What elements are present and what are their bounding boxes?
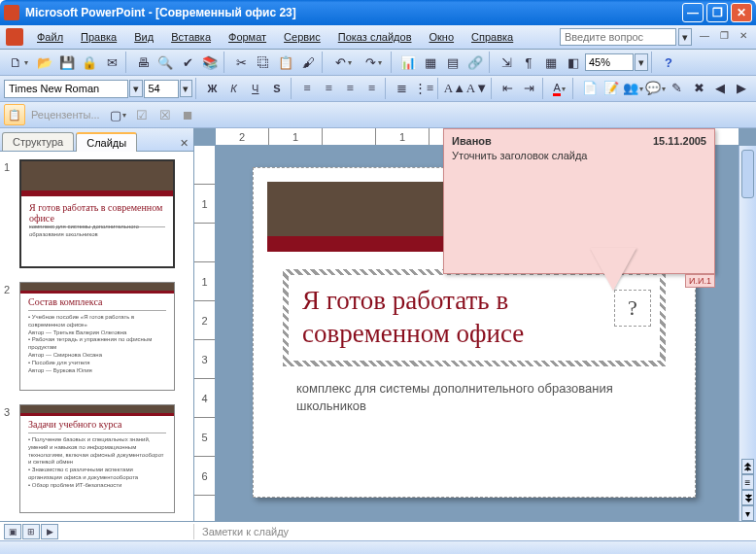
reviewers-dropdown[interactable]: 👥 (622, 78, 643, 99)
align-center-button[interactable]: ≡ (319, 78, 339, 99)
menu-format[interactable]: Формат (221, 28, 274, 46)
slide-thumbnail-2[interactable]: Состав комплекса • Учебное пособие «Я го… (19, 282, 175, 391)
expand-all-button[interactable]: ⇲ (496, 52, 517, 73)
scroll-down-button[interactable]: ▾ (741, 505, 754, 521)
slideshow-from-current-button[interactable]: ▶ (41, 524, 58, 539)
new-button[interactable]: 🗋 (4, 52, 33, 73)
research-button[interactable]: 📚 (199, 52, 221, 73)
menu-tools[interactable]: Сервис (276, 28, 328, 46)
thumb-number: 3 (4, 404, 19, 513)
font-size-input[interactable] (144, 80, 179, 98)
spelling-button[interactable]: ✔ (177, 52, 198, 73)
insert-comment-dropdown[interactable]: 💬 (644, 78, 666, 99)
tables-borders-button[interactable]: ▤ (442, 52, 464, 73)
menu-view[interactable]: Вид (126, 28, 161, 46)
previous-comment-button[interactable]: ◀ (710, 78, 731, 99)
slide-sorter-view-button[interactable]: ⊞ (22, 524, 40, 539)
zoom-input[interactable] (585, 53, 634, 71)
document-control-icon[interactable] (6, 28, 23, 46)
font-name-input[interactable] (4, 80, 128, 98)
font-size-dropdown[interactable]: ▾ (180, 80, 193, 97)
markup-button[interactable]: 📝 (601, 78, 621, 99)
doc-minimize-button[interactable]: — (698, 30, 711, 44)
edit-comment-button[interactable]: ✎ (667, 78, 687, 99)
print-button[interactable]: 🖶 (132, 52, 154, 73)
align-justify-button[interactable]: ≡ (361, 78, 382, 99)
align-right-button[interactable]: ≡ (340, 78, 361, 99)
italic-button[interactable]: К (223, 78, 244, 99)
reject-change-button[interactable]: ☒ (155, 104, 176, 125)
bold-button[interactable]: Ж (202, 78, 223, 99)
scrollbar-thumb[interactable] (741, 150, 754, 198)
bullets-button[interactable]: ⋮≡ (413, 78, 434, 99)
permissions-button[interactable]: 🔒 (79, 52, 100, 73)
normal-view-button[interactable]: ▣ (4, 524, 21, 539)
maximize-button[interactable]: ❐ (706, 3, 728, 22)
undo-button[interactable]: ↶ (328, 52, 358, 73)
redo-button[interactable]: ↷ (359, 52, 388, 73)
notes-placeholder[interactable]: Заметки к слайду (194, 526, 296, 537)
shadow-button[interactable]: S (266, 78, 287, 99)
comment-marker[interactable]: И.И.1 (685, 274, 715, 288)
slide-nav-menu-button[interactable]: ≡ (741, 474, 754, 490)
show-formatting-button[interactable]: ¶ (518, 52, 539, 73)
ask-question-input[interactable] (560, 28, 676, 46)
slide-subtitle-text[interactable]: комплекс для системы дополнительного обр… (296, 380, 652, 415)
tab-outline[interactable]: Структура (2, 132, 74, 151)
reviewers-select[interactable]: ▢ (108, 104, 129, 125)
menu-insert[interactable]: Вставка (163, 28, 219, 46)
font-color-button[interactable]: A (549, 78, 569, 99)
help-button[interactable]: ? (658, 52, 679, 73)
slide-thumbnail-1[interactable]: Я готов работать в современном офисе ком… (19, 159, 175, 268)
print-preview-button[interactable]: 🔍 (155, 52, 176, 73)
decrease-indent-button[interactable]: ⇤ (498, 78, 518, 99)
slide-thumbnail-3[interactable]: Задачи учебного курса • Получение базовы… (19, 404, 175, 513)
edit-area: 21123456 1123456 Я готов работать в совр… (194, 128, 756, 521)
cut-button[interactable]: ✂ (230, 52, 252, 73)
comment-text[interactable]: Уточнить заголовок слайда (452, 150, 706, 161)
paste-button[interactable]: 📋 (275, 52, 296, 73)
prev-slide-button[interactable]: ⯭ (741, 459, 754, 474)
next-slide-button[interactable]: ⯯ (741, 490, 754, 505)
increase-indent-button[interactable]: ⇥ (519, 78, 539, 99)
email-button[interactable]: ✉ (101, 52, 122, 73)
q-textbox[interactable]: ? (614, 290, 651, 327)
doc-restore-button[interactable]: ❐ (717, 30, 731, 44)
delete-comment-button[interactable]: ✖ (688, 78, 708, 99)
format-painter-button[interactable]: 🖌 (297, 52, 319, 73)
menu-file[interactable]: Файл (29, 28, 71, 46)
doc-close-button[interactable]: ✕ (737, 30, 750, 44)
minimize-button[interactable]: — (682, 3, 704, 22)
underline-button[interactable]: Ч (245, 78, 265, 99)
menu-edit[interactable]: Правка (73, 28, 124, 46)
menu-slideshow[interactable]: Показ слайдов (330, 28, 420, 46)
tab-slides[interactable]: Слайды (76, 132, 137, 152)
ask-question-dropdown[interactable]: ▾ (678, 28, 692, 46)
font-name-dropdown[interactable]: ▾ (129, 80, 143, 97)
accept-change-button[interactable]: ☑ (131, 104, 153, 125)
open-button[interactable]: 📂 (34, 52, 55, 73)
save-button[interactable]: 💾 (56, 52, 78, 73)
menu-help[interactable]: Справка (464, 28, 521, 46)
end-review-button[interactable]: ⏹ (178, 104, 199, 125)
insert-hyperlink-button[interactable]: 🔗 (464, 52, 486, 73)
vertical-ruler[interactable]: 1123456 (194, 146, 216, 521)
insert-chart-button[interactable]: 📊 (397, 52, 419, 73)
comment-balloon[interactable]: Иванов 15.11.2005 Уточнить заголовок сла… (443, 128, 715, 274)
color-grayscale-button[interactable]: ◧ (563, 52, 584, 73)
zoom-dropdown[interactable]: ▾ (635, 53, 648, 71)
vertical-scrollbar[interactable]: ⯭ ≡ ⯯ ▾ (739, 146, 756, 521)
copy-button[interactable]: ⿻ (253, 52, 274, 73)
show-grid-button[interactable]: ▦ (540, 52, 562, 73)
close-button[interactable]: ✕ (731, 3, 752, 22)
insert-table-button[interactable]: ▦ (420, 52, 441, 73)
panel-close-button[interactable]: ✕ (176, 135, 191, 151)
increase-font-button[interactable]: A▲ (444, 78, 465, 99)
next-comment-button[interactable]: ▶ (732, 78, 752, 99)
align-left-button[interactable]: ≡ (296, 78, 317, 99)
decrease-font-button[interactable]: A▼ (466, 78, 488, 99)
numbering-button[interactable]: ≣ (392, 78, 412, 99)
menu-window[interactable]: Окно (422, 28, 463, 46)
show-markup-button[interactable]: 📋 (4, 104, 25, 125)
reviewing-pane-button[interactable]: 📄 (579, 78, 600, 99)
